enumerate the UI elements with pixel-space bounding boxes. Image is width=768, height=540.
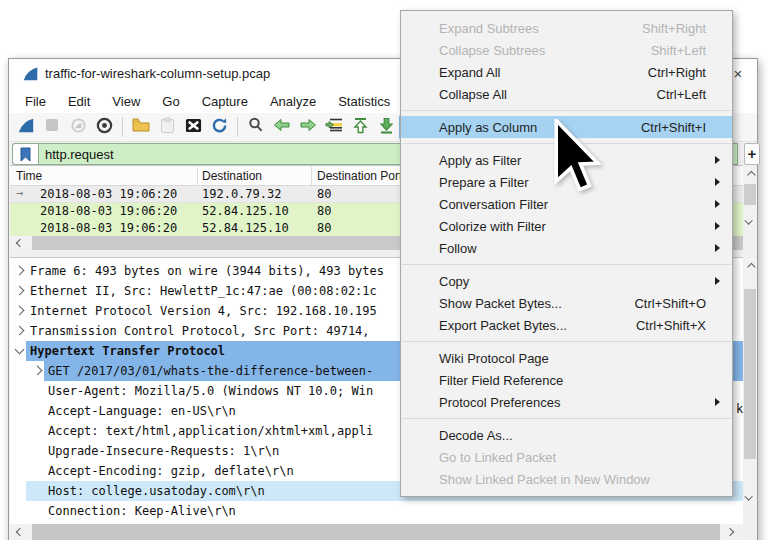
bookmark-icon [20,147,31,162]
go-forward-button[interactable] [296,115,320,139]
start-capture-button[interactable] [14,115,38,139]
close-file-icon [185,117,202,138]
column-divider[interactable] [311,167,312,185]
menu-item-shortcut: Ctrl+Shift+X [636,318,706,333]
detail-text: Internet Protocol Version 4, Src: 192.16… [30,304,377,318]
scroll-up-icon[interactable] [743,260,757,273]
add-filter-button[interactable]: + [744,143,760,165]
collapse-arrow-icon[interactable] [15,345,25,355]
menu-item-label: Copy [439,274,706,289]
go-to-packet-button[interactable] [322,115,346,139]
open-file-button[interactable] [129,115,153,139]
menu-item-protocol-preferences[interactable]: Protocol Preferences [401,391,732,413]
submenu-arrow-icon [715,200,720,208]
menu-item-wiki-protocol-page[interactable]: Wiki Protocol Page [401,347,732,369]
restart-capture-icon [70,117,87,138]
menu-item-conversation-filter[interactable]: Conversation Filter [401,193,732,215]
expand-arrow-icon[interactable] [15,266,25,276]
find-packet-button[interactable] [244,115,268,139]
menu-item-colorize-with-filter[interactable]: Colorize with Filter [401,215,732,237]
menu-item-export-packet-bytes[interactable]: Export Packet Bytes...Ctrl+Shift+X [401,314,732,336]
submenu-arrow-icon [715,398,720,406]
clipped-text-fragment: k [736,402,743,416]
column-header-destination[interactable]: Destination [202,169,262,183]
menu-separator [402,264,731,265]
scroll-left-icon[interactable] [12,525,26,538]
open-file-icon [132,117,150,137]
menu-item-label: Wiki Protocol Page [439,351,706,366]
stop-capture-icon [44,117,60,137]
menu-item-label: Filter Field Reference [439,373,706,388]
menu-item-apply-as-filter[interactable]: Apply as Filter [401,149,732,171]
go-back-button[interactable] [270,115,294,139]
close-file-button[interactable] [181,115,205,139]
menu-item-apply-as-column[interactable]: Apply as ColumnCtrl+Shift+I [401,116,732,138]
menu-item-label: Collapse Subtrees [439,43,651,58]
restart-capture-button[interactable] [66,115,90,139]
expand-arrow-icon[interactable] [15,306,25,316]
menu-item-label: Colorize with Filter [439,219,706,234]
menubar-item-view[interactable]: View [101,91,151,112]
save-file-button[interactable] [155,115,179,139]
menubar-item-statistics[interactable]: Statistics [327,91,401,112]
scroll-down-icon[interactable] [743,215,757,228]
menubar-item-file[interactable]: File [14,91,57,112]
scroll-right-icon[interactable] [724,525,738,538]
cell-time: 2018-08-03 19:06:20 [40,187,177,201]
menu-item-label: Follow [439,241,706,256]
detail-line[interactable]: Connection: Keep-Alive\r\n [10,501,743,521]
menu-item-shortcut: Ctrl+Right [648,65,706,80]
menubar-item-edit[interactable]: Edit [57,91,101,112]
menu-separator [402,143,731,144]
menu-item-follow[interactable]: Follow [401,237,732,259]
menu-item-copy[interactable]: Copy [401,270,732,292]
first-packet-marker-icon: → [16,186,23,200]
menu-item-shortcut: Shift+Left [651,43,706,58]
menu-item-label: Show Packet Bytes... [439,296,634,311]
scroll-down-icon[interactable] [743,491,757,504]
column-divider[interactable] [197,167,198,185]
submenu-arrow-icon [715,222,720,230]
detail-text: Accept: text/html,application/xhtml+xml,… [48,424,373,438]
menu-item-show-packet-bytes[interactable]: Show Packet Bytes...Ctrl+Shift+O [401,292,732,314]
expand-arrow-icon[interactable] [33,366,43,376]
expand-arrow-icon[interactable] [15,326,25,336]
capture-options-button[interactable] [92,115,116,139]
submenu-arrow-icon [715,178,720,186]
scroll-left-icon[interactable] [12,236,26,249]
column-header-destination-port[interactable]: Destination Port [317,169,402,183]
menu-item-expand-all[interactable]: Expand AllCtrl+Right [401,61,732,83]
page-background: { "window": { "titlebar": { "title": "tr… [0,0,768,540]
menu-item-go-to-linked-packet: Go to Linked Packet [401,446,732,468]
reload-file-button[interactable] [207,115,231,139]
menu-separator [402,341,731,342]
cell-destination-port: 80 [317,204,331,218]
menubar-item-analyze[interactable]: Analyze [259,91,327,112]
details-vscrollbar[interactable] [743,259,757,505]
menubar-item-capture[interactable]: Capture [191,91,259,112]
packet-list-vscrollbar[interactable] [743,166,757,230]
vscrollbar-thumb[interactable] [744,289,756,459]
menu-item-prepare-a-filter[interactable]: Prepare a Filter [401,171,732,193]
column-header-time[interactable]: Time [16,169,42,183]
detail-text: Ethernet II, Src: HewlettP_1c:47:ae (00:… [30,284,377,298]
menu-item-label: Decode As... [439,428,706,443]
wireshark-logo-icon [22,65,39,86]
menu-item-decode-as[interactable]: Decode As... [401,424,732,446]
go-to-top-button[interactable] [348,115,372,139]
toolbar-separator [122,117,123,137]
hscrollbar-thumb[interactable] [32,524,720,540]
menu-item-label: Prepare a Filter [439,175,706,190]
menu-item-filter-field-reference[interactable]: Filter Field Reference [401,369,732,391]
details-hscrollbar[interactable] [10,524,743,540]
go-to-bottom-button[interactable] [374,115,398,139]
cell-destination: 52.84.125.10 [202,221,289,235]
scroll-up-icon[interactable] [743,168,757,181]
cell-time: 2018-08-03 19:06:20 [40,221,177,235]
menu-item-collapse-all[interactable]: Collapse AllCtrl+Left [401,83,732,105]
expand-arrow-icon[interactable] [15,286,25,296]
vscrollbar-thumb[interactable] [744,184,756,205]
filter-bookmark-button[interactable] [12,143,38,165]
stop-capture-button[interactable] [40,115,64,139]
menubar-item-go[interactable]: Go [151,91,190,112]
